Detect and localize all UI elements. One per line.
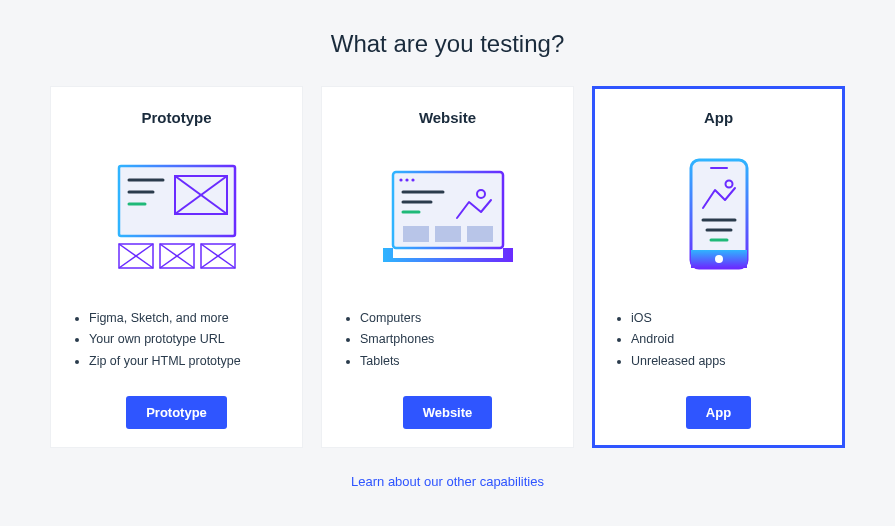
website-button[interactable]: Website bbox=[403, 396, 493, 429]
svg-rect-24 bbox=[403, 226, 429, 242]
feature-list-app: iOS Android Unreleased apps bbox=[613, 308, 824, 372]
card-title-app: App bbox=[704, 109, 733, 126]
svg-rect-25 bbox=[435, 226, 461, 242]
card-website[interactable]: Website bbox=[321, 86, 574, 448]
website-illustration-icon bbox=[342, 154, 553, 282]
feature-item: Computers bbox=[360, 308, 553, 329]
feature-item: Your own prototype URL bbox=[89, 329, 282, 350]
card-app[interactable]: App bbox=[592, 86, 845, 448]
feature-list-prototype: Figma, Sketch, and more Your own prototy… bbox=[71, 308, 282, 372]
feature-item: Tablets bbox=[360, 351, 553, 372]
prototype-illustration-icon bbox=[71, 154, 282, 282]
prototype-button[interactable]: Prototype bbox=[126, 396, 227, 429]
other-capabilities-link[interactable]: Learn about our other capabilities bbox=[351, 474, 544, 489]
feature-item: Android bbox=[631, 329, 824, 350]
card-title-prototype: Prototype bbox=[141, 109, 211, 126]
feature-item: Zip of your HTML prototype bbox=[89, 351, 282, 372]
svg-point-17 bbox=[399, 178, 402, 181]
card-row: Prototype bbox=[50, 86, 845, 448]
svg-point-29 bbox=[715, 255, 723, 263]
svg-point-18 bbox=[405, 178, 408, 181]
svg-rect-26 bbox=[467, 226, 493, 242]
feature-list-website: Computers Smartphones Tablets bbox=[342, 308, 553, 372]
svg-point-19 bbox=[411, 178, 414, 181]
feature-item: Figma, Sketch, and more bbox=[89, 308, 282, 329]
feature-item: iOS bbox=[631, 308, 824, 329]
app-button[interactable]: App bbox=[686, 396, 751, 429]
feature-item: Smartphones bbox=[360, 329, 553, 350]
card-title-website: Website bbox=[419, 109, 476, 126]
card-prototype[interactable]: Prototype bbox=[50, 86, 303, 448]
app-illustration-icon bbox=[613, 154, 824, 282]
page-heading: What are you testing? bbox=[50, 30, 845, 58]
feature-item: Unreleased apps bbox=[631, 351, 824, 372]
